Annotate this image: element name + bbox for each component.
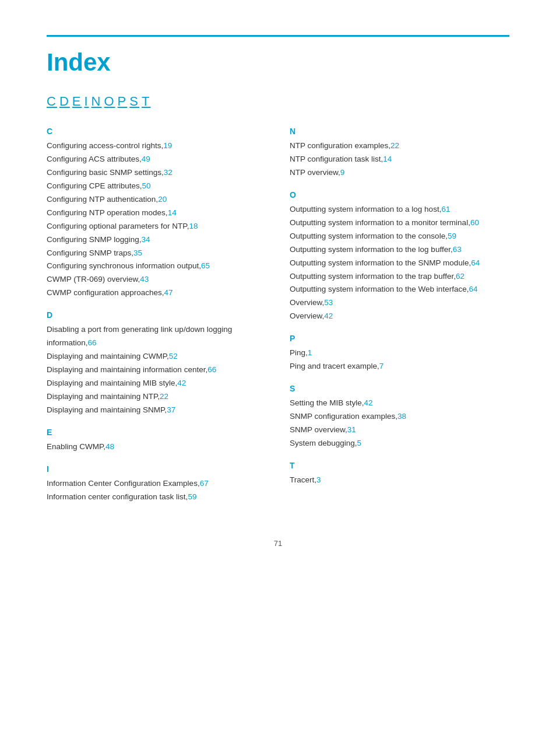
index-entry[interactable]: Overview,42 bbox=[290, 310, 509, 323]
entry-text: Outputting system information to the SNM… bbox=[290, 258, 471, 267]
index-entry[interactable]: Ping and tracert example,7 bbox=[290, 360, 509, 373]
entry-page-num[interactable]: 9 bbox=[340, 168, 345, 177]
entry-text: Enabling CWMP, bbox=[47, 442, 105, 451]
index-entry[interactable]: Displaying and maintaining information c… bbox=[47, 363, 266, 377]
entry-page-num[interactable]: 50 bbox=[142, 181, 151, 190]
nav-letter-c[interactable]: C bbox=[47, 94, 57, 108]
index-entry[interactable]: Information Center Configuration Example… bbox=[47, 477, 266, 491]
entry-page-num[interactable]: 42 bbox=[324, 312, 333, 320]
index-entry[interactable]: Outputting system information to the Web… bbox=[290, 283, 509, 296]
entry-page-num[interactable]: 20 bbox=[158, 195, 167, 204]
index-entry[interactable]: SNMP configuration examples,38 bbox=[290, 410, 509, 424]
entry-page-num[interactable]: 42 bbox=[177, 379, 186, 387]
index-entry[interactable]: NTP configuration task list,14 bbox=[290, 153, 509, 166]
entry-page-num[interactable]: 5 bbox=[357, 439, 362, 447]
entry-page-num[interactable]: 1 bbox=[308, 348, 312, 357]
section-header-p: P bbox=[290, 334, 509, 343]
entry-text: Outputting system information to the tra… bbox=[290, 272, 456, 281]
index-entry[interactable]: Configuring synchronous information outp… bbox=[47, 260, 266, 273]
nav-letter-s[interactable]: S bbox=[129, 94, 139, 108]
index-entry[interactable]: Setting the MIB style,42 bbox=[290, 397, 509, 410]
page-footer: 71 bbox=[47, 539, 509, 548]
entry-page-num[interactable]: 59 bbox=[188, 492, 196, 501]
index-entry[interactable]: Outputting system information to the con… bbox=[290, 230, 509, 243]
entry-page-num[interactable]: 14 bbox=[383, 155, 392, 163]
entry-page-num[interactable]: 59 bbox=[448, 232, 456, 240]
index-entry[interactable]: Outputting system information to the tra… bbox=[290, 270, 509, 284]
entry-page-num[interactable]: 38 bbox=[397, 412, 406, 421]
index-entry[interactable]: Outputting system information to the log… bbox=[290, 243, 509, 257]
entry-page-num[interactable]: 64 bbox=[471, 258, 480, 267]
entry-page-num[interactable]: 66 bbox=[207, 365, 216, 374]
index-entry[interactable]: Outputting system information to a monit… bbox=[290, 216, 509, 230]
index-entry[interactable]: Information center configuration task li… bbox=[47, 491, 266, 504]
entry-page-num[interactable]: 67 bbox=[200, 479, 209, 488]
index-entry[interactable]: Displaying and maintaining MIB style,42 bbox=[47, 377, 266, 390]
entry-page-num[interactable]: 37 bbox=[167, 405, 175, 414]
index-entry[interactable]: NTP overview,9 bbox=[290, 166, 509, 180]
index-entry[interactable]: Outputting system information to a log h… bbox=[290, 203, 509, 216]
index-entry[interactable]: Configuring access-control rights,19 bbox=[47, 139, 266, 153]
index-entry[interactable]: Configuring optional parameters for NTP,… bbox=[47, 220, 266, 233]
nav-letter-e[interactable]: E bbox=[72, 94, 82, 108]
nav-letter-p[interactable]: P bbox=[118, 94, 128, 108]
index-entry[interactable]: Overview,53 bbox=[290, 296, 509, 310]
entry-page-num[interactable]: 35 bbox=[133, 249, 142, 257]
index-entry[interactable]: Outputting system information to the SNM… bbox=[290, 257, 509, 270]
entry-page-num[interactable]: 7 bbox=[379, 362, 384, 370]
entry-page-num[interactable]: 60 bbox=[470, 218, 479, 227]
index-entry[interactable]: Configuring ACS attributes,49 bbox=[47, 153, 266, 166]
entry-page-num[interactable]: 42 bbox=[364, 398, 373, 407]
nav-letter-i[interactable]: I bbox=[84, 94, 89, 108]
entry-text: Configuring ACS attributes, bbox=[47, 155, 142, 163]
entry-text: Displaying and maintaining information c… bbox=[47, 365, 207, 374]
entry-page-num[interactable]: 18 bbox=[189, 222, 198, 230]
index-entry[interactable]: System debugging,5 bbox=[290, 437, 509, 450]
index-entry[interactable]: CWMP configuration approaches,47 bbox=[47, 286, 266, 300]
index-entry[interactable]: Configuring NTP operation modes,14 bbox=[47, 206, 266, 220]
entry-page-num[interactable]: 65 bbox=[201, 261, 210, 270]
entry-page-num[interactable]: 48 bbox=[105, 442, 114, 451]
entry-page-num[interactable]: 3 bbox=[316, 475, 321, 484]
index-entry[interactable]: Configuring CPE attributes,50 bbox=[47, 180, 266, 193]
nav-letter-d[interactable]: D bbox=[59, 94, 70, 108]
alphabet-nav[interactable]: CDEINOPST bbox=[47, 94, 509, 109]
index-entry[interactable]: CWMP (TR-069) overview,43 bbox=[47, 273, 266, 286]
nav-letter-o[interactable]: O bbox=[104, 94, 115, 108]
entry-text: Displaying and maintaining SNMP, bbox=[47, 405, 167, 414]
nav-letter-n[interactable]: N bbox=[92, 94, 102, 108]
entry-page-num[interactable]: 31 bbox=[347, 425, 356, 434]
index-entry[interactable]: NTP configuration examples,22 bbox=[290, 139, 509, 153]
index-entry[interactable]: Displaying and maintaining NTP,22 bbox=[47, 390, 266, 404]
entry-page-num[interactable]: 14 bbox=[168, 208, 177, 217]
entry-page-num[interactable]: 61 bbox=[441, 205, 450, 214]
entry-page-num[interactable]: 43 bbox=[140, 275, 149, 284]
entry-page-num[interactable]: 53 bbox=[324, 298, 333, 307]
entry-page-num[interactable]: 49 bbox=[142, 155, 150, 163]
index-entry[interactable]: Configuring basic SNMP settings,32 bbox=[47, 166, 266, 180]
index-entry[interactable]: Disabling a port from generating link up… bbox=[47, 323, 266, 350]
index-entry[interactable]: Displaying and maintaining CWMP,52 bbox=[47, 350, 266, 363]
entry-page-num[interactable]: 64 bbox=[469, 285, 477, 293]
entry-text: Outputting system information to the Web… bbox=[290, 285, 469, 293]
entry-page-num[interactable]: 47 bbox=[164, 288, 173, 297]
index-entry[interactable]: Configuring NTP authentication,20 bbox=[47, 193, 266, 206]
index-entry[interactable]: Displaying and maintaining SNMP,37 bbox=[47, 404, 266, 417]
entry-page-num[interactable]: 22 bbox=[160, 392, 168, 401]
index-entry[interactable]: SNMP overview,31 bbox=[290, 424, 509, 437]
index-entry[interactable]: Enabling CWMP,48 bbox=[47, 440, 266, 454]
entry-page-num[interactable]: 34 bbox=[142, 235, 150, 244]
entry-page-num[interactable]: 19 bbox=[163, 141, 172, 150]
entry-page-num[interactable]: 52 bbox=[169, 352, 178, 360]
nav-letter-t[interactable]: T bbox=[142, 94, 150, 108]
index-entry[interactable]: Configuring SNMP logging,34 bbox=[47, 233, 266, 247]
entry-page-num[interactable]: 62 bbox=[456, 272, 464, 281]
entry-page-num[interactable]: 66 bbox=[88, 338, 97, 347]
entry-text: Tracert, bbox=[290, 475, 316, 484]
index-entry[interactable]: Ping,1 bbox=[290, 346, 509, 360]
entry-page-num[interactable]: 63 bbox=[453, 245, 462, 254]
index-entry[interactable]: Tracert,3 bbox=[290, 474, 509, 487]
entry-page-num[interactable]: 32 bbox=[164, 168, 173, 177]
entry-page-num[interactable]: 22 bbox=[390, 141, 399, 150]
index-entry[interactable]: Configuring SNMP traps,35 bbox=[47, 247, 266, 260]
